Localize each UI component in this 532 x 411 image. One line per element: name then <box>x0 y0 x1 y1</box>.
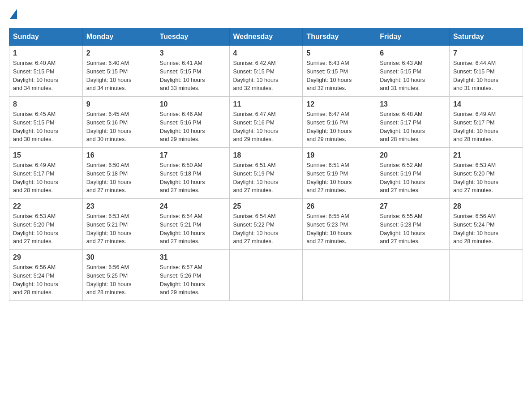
day-number: 13 <box>380 100 446 108</box>
page-header <box>9 9 523 19</box>
calendar-cell: 13 Sunrise: 6:48 AM Sunset: 5:17 PM Dayl… <box>376 97 450 148</box>
calendar-header-row: SundayMondayTuesdayWednesdayThursdayFrid… <box>9 28 523 46</box>
day-number: 2 <box>86 49 152 57</box>
calendar-cell: 9 Sunrise: 6:45 AM Sunset: 5:16 PM Dayli… <box>82 97 156 148</box>
day-number: 19 <box>306 151 372 159</box>
calendar-cell: 26 Sunrise: 6:55 AM Sunset: 5:23 PM Dayl… <box>303 199 376 250</box>
day-info: Sunrise: 6:41 AM Sunset: 5:15 PM Dayligh… <box>160 59 226 93</box>
calendar-cell: 3 Sunrise: 6:41 AM Sunset: 5:15 PM Dayli… <box>156 46 229 97</box>
col-header-monday: Monday <box>82 28 156 46</box>
day-number: 6 <box>380 49 446 57</box>
calendar-cell: 24 Sunrise: 6:54 AM Sunset: 5:21 PM Dayl… <box>156 199 229 250</box>
calendar-cell <box>229 250 303 301</box>
day-number: 29 <box>13 253 79 261</box>
calendar-cell: 6 Sunrise: 6:43 AM Sunset: 5:15 PM Dayli… <box>376 46 450 97</box>
day-info: Sunrise: 6:53 AM Sunset: 5:21 PM Dayligh… <box>86 212 152 246</box>
day-number: 18 <box>233 151 299 159</box>
calendar-cell: 2 Sunrise: 6:40 AM Sunset: 5:15 PM Dayli… <box>82 46 156 97</box>
calendar-cell: 16 Sunrise: 6:50 AM Sunset: 5:18 PM Dayl… <box>82 148 156 199</box>
col-header-wednesday: Wednesday <box>229 28 303 46</box>
day-info: Sunrise: 6:54 AM Sunset: 5:22 PM Dayligh… <box>233 212 299 246</box>
calendar-cell: 25 Sunrise: 6:54 AM Sunset: 5:22 PM Dayl… <box>229 199 303 250</box>
day-info: Sunrise: 6:56 AM Sunset: 5:24 PM Dayligh… <box>453 212 519 246</box>
day-number: 24 <box>160 202 226 210</box>
day-info: Sunrise: 6:43 AM Sunset: 5:15 PM Dayligh… <box>306 59 372 93</box>
calendar-cell: 19 Sunrise: 6:51 AM Sunset: 5:19 PM Dayl… <box>303 148 376 199</box>
day-number: 5 <box>306 49 372 57</box>
day-info: Sunrise: 6:49 AM Sunset: 5:17 PM Dayligh… <box>453 110 519 144</box>
calendar-week-row: 29 Sunrise: 6:56 AM Sunset: 5:24 PM Dayl… <box>9 250 523 301</box>
day-number: 16 <box>86 151 152 159</box>
calendar-cell: 8 Sunrise: 6:45 AM Sunset: 5:15 PM Dayli… <box>9 97 83 148</box>
calendar-cell: 29 Sunrise: 6:56 AM Sunset: 5:24 PM Dayl… <box>9 250 83 301</box>
day-number: 8 <box>13 100 79 108</box>
day-number: 17 <box>160 151 226 159</box>
day-info: Sunrise: 6:56 AM Sunset: 5:25 PM Dayligh… <box>86 263 152 297</box>
calendar-cell: 5 Sunrise: 6:43 AM Sunset: 5:15 PM Dayli… <box>303 46 376 97</box>
calendar-cell: 22 Sunrise: 6:53 AM Sunset: 5:20 PM Dayl… <box>9 199 83 250</box>
col-header-friday: Friday <box>376 28 450 46</box>
day-info: Sunrise: 6:54 AM Sunset: 5:21 PM Dayligh… <box>160 212 226 246</box>
col-header-thursday: Thursday <box>303 28 376 46</box>
calendar-cell: 4 Sunrise: 6:42 AM Sunset: 5:15 PM Dayli… <box>229 46 303 97</box>
day-number: 20 <box>380 151 446 159</box>
col-header-sunday: Sunday <box>9 28 83 46</box>
calendar-cell: 30 Sunrise: 6:56 AM Sunset: 5:25 PM Dayl… <box>82 250 156 301</box>
day-number: 31 <box>160 253 226 261</box>
calendar-cell: 10 Sunrise: 6:46 AM Sunset: 5:16 PM Dayl… <box>156 97 229 148</box>
day-info: Sunrise: 6:55 AM Sunset: 5:23 PM Dayligh… <box>306 212 372 246</box>
calendar-cell: 7 Sunrise: 6:44 AM Sunset: 5:15 PM Dayli… <box>450 46 523 97</box>
calendar-cell: 12 Sunrise: 6:47 AM Sunset: 5:16 PM Dayl… <box>303 97 376 148</box>
day-number: 9 <box>86 100 152 108</box>
day-info: Sunrise: 6:49 AM Sunset: 5:17 PM Dayligh… <box>13 161 79 195</box>
day-info: Sunrise: 6:46 AM Sunset: 5:16 PM Dayligh… <box>160 110 226 144</box>
day-info: Sunrise: 6:44 AM Sunset: 5:15 PM Dayligh… <box>453 59 519 93</box>
calendar-cell: 21 Sunrise: 6:53 AM Sunset: 5:20 PM Dayl… <box>450 148 523 199</box>
calendar-cell <box>303 250 376 301</box>
day-info: Sunrise: 6:45 AM Sunset: 5:16 PM Dayligh… <box>86 110 152 144</box>
day-number: 30 <box>86 253 152 261</box>
day-number: 10 <box>160 100 226 108</box>
calendar-cell: 15 Sunrise: 6:49 AM Sunset: 5:17 PM Dayl… <box>9 148 83 199</box>
day-info: Sunrise: 6:50 AM Sunset: 5:18 PM Dayligh… <box>160 161 226 195</box>
day-info: Sunrise: 6:51 AM Sunset: 5:19 PM Dayligh… <box>233 161 299 195</box>
day-number: 3 <box>160 49 226 57</box>
day-info: Sunrise: 6:56 AM Sunset: 5:24 PM Dayligh… <box>13 263 79 297</box>
day-number: 15 <box>13 151 79 159</box>
day-info: Sunrise: 6:48 AM Sunset: 5:17 PM Dayligh… <box>380 110 446 144</box>
col-header-saturday: Saturday <box>450 28 523 46</box>
calendar-week-row: 1 Sunrise: 6:40 AM Sunset: 5:15 PM Dayli… <box>9 46 523 97</box>
day-info: Sunrise: 6:40 AM Sunset: 5:15 PM Dayligh… <box>86 59 152 93</box>
day-info: Sunrise: 6:42 AM Sunset: 5:15 PM Dayligh… <box>233 59 299 93</box>
calendar-cell: 20 Sunrise: 6:52 AM Sunset: 5:19 PM Dayl… <box>376 148 450 199</box>
day-number: 21 <box>453 151 519 159</box>
day-number: 12 <box>306 100 372 108</box>
day-number: 23 <box>86 202 152 210</box>
calendar-cell: 23 Sunrise: 6:53 AM Sunset: 5:21 PM Dayl… <box>82 199 156 250</box>
day-info: Sunrise: 6:50 AM Sunset: 5:18 PM Dayligh… <box>86 161 152 195</box>
day-info: Sunrise: 6:45 AM Sunset: 5:15 PM Dayligh… <box>13 110 79 144</box>
col-header-tuesday: Tuesday <box>156 28 229 46</box>
day-number: 25 <box>233 202 299 210</box>
logo <box>9 9 17 19</box>
day-number: 22 <box>13 202 79 210</box>
calendar-cell: 27 Sunrise: 6:55 AM Sunset: 5:23 PM Dayl… <box>376 199 450 250</box>
day-info: Sunrise: 6:57 AM Sunset: 5:26 PM Dayligh… <box>160 263 226 297</box>
day-info: Sunrise: 6:40 AM Sunset: 5:15 PM Dayligh… <box>13 59 79 93</box>
calendar-cell <box>450 250 523 301</box>
calendar-cell: 17 Sunrise: 6:50 AM Sunset: 5:18 PM Dayl… <box>156 148 229 199</box>
day-info: Sunrise: 6:53 AM Sunset: 5:20 PM Dayligh… <box>453 161 519 195</box>
logo-triangle-icon <box>10 9 17 19</box>
day-number: 4 <box>233 49 299 57</box>
day-number: 27 <box>380 202 446 210</box>
calendar-cell: 31 Sunrise: 6:57 AM Sunset: 5:26 PM Dayl… <box>156 250 229 301</box>
day-info: Sunrise: 6:51 AM Sunset: 5:19 PM Dayligh… <box>306 161 372 195</box>
day-number: 11 <box>233 100 299 108</box>
calendar-cell: 14 Sunrise: 6:49 AM Sunset: 5:17 PM Dayl… <box>450 97 523 148</box>
day-number: 1 <box>13 49 79 57</box>
calendar-cell: 11 Sunrise: 6:47 AM Sunset: 5:16 PM Dayl… <box>229 97 303 148</box>
day-info: Sunrise: 6:43 AM Sunset: 5:15 PM Dayligh… <box>380 59 446 93</box>
day-number: 14 <box>453 100 519 108</box>
day-number: 28 <box>453 202 519 210</box>
calendar-week-row: 15 Sunrise: 6:49 AM Sunset: 5:17 PM Dayl… <box>9 148 523 199</box>
